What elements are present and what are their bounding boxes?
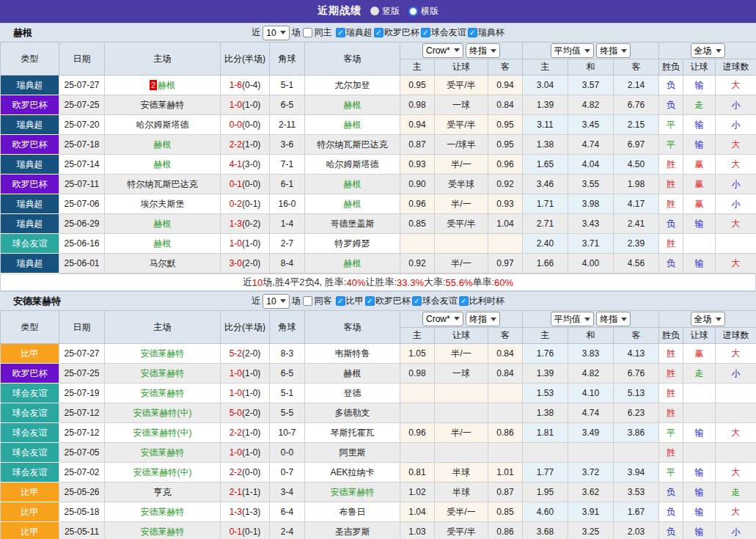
- match-date: 25-06-16: [59, 234, 105, 254]
- league-checkbox[interactable]: ✓: [374, 28, 383, 37]
- average-select[interactable]: 平均值: [551, 312, 594, 326]
- col-header-corner: 角球: [270, 311, 305, 344]
- col-header-avg-away: 客: [614, 328, 659, 344]
- full-time-score: 2-1: [230, 487, 242, 497]
- crow-handicap: 半/一: [435, 254, 488, 274]
- crow-home-odds: 1.03: [400, 522, 435, 539]
- average-select[interactable]: 平均值: [551, 43, 594, 58]
- full-match-select[interactable]: 全场: [691, 312, 725, 326]
- full-time-score: 2-2: [230, 467, 242, 477]
- half-time-score: (1-0): [242, 100, 260, 110]
- home-team: 安德莱赫特: [105, 344, 221, 364]
- full-time-score: 2-2: [230, 428, 242, 438]
- live-badge: 2: [150, 80, 157, 90]
- avg-draw-odds: 4.82: [568, 364, 614, 384]
- goals-result-badge: 小: [716, 194, 756, 214]
- bookmaker-select[interactable]: Crow*: [422, 43, 463, 58]
- final-index-select[interactable]: 终指: [466, 312, 500, 326]
- goals-result-badge: [716, 234, 756, 254]
- radio-icon[interactable]: [408, 7, 418, 16]
- same-venue-checkbox[interactable]: [303, 296, 312, 306]
- goals-result-badge: [716, 443, 756, 463]
- horizontal-layout-radio[interactable]: 横版: [408, 5, 438, 18]
- league-filter: ✓球会友谊: [412, 295, 458, 307]
- league-checkbox[interactable]: ✓: [336, 28, 345, 37]
- full-match-group-header: 全场: [659, 43, 756, 59]
- col-header-type: 类型: [1, 43, 59, 76]
- home-team-name: 赫根: [154, 139, 172, 150]
- full-time-score: 0-1: [230, 179, 242, 189]
- goals-result-badge: 大: [716, 502, 756, 522]
- avg-draw-odds: 3.71: [568, 234, 614, 254]
- result-badge: 平: [659, 115, 683, 135]
- full-time-score: 0-1: [230, 527, 242, 537]
- recent-games-select[interactable]: 10: [263, 26, 289, 40]
- home-team-name: 特尔纳瓦斯巴达克: [128, 179, 198, 189]
- league-checkbox[interactable]: ✓: [412, 296, 422, 306]
- full-match-value: 全场: [694, 45, 712, 57]
- away-team: AEK拉纳卡: [305, 463, 400, 483]
- home-team-name: 安德莱赫特(中): [133, 428, 192, 438]
- avg-away-odds: 3.86: [614, 423, 659, 443]
- summary-stat-value: 55.6%: [446, 277, 473, 288]
- half-time-score: (3-0): [242, 159, 260, 169]
- avg-away-odds: 4.13: [614, 344, 659, 364]
- crow-away-odds: [488, 234, 523, 254]
- league-checkbox[interactable]: ✓: [421, 28, 430, 37]
- final-index-value: 终指: [469, 313, 487, 326]
- col-header-avg-away: 客: [614, 59, 659, 76]
- score: 2-2(1-0): [221, 135, 270, 155]
- half-time-score: (1-0): [242, 388, 260, 398]
- half-time-score: (2-0): [242, 348, 260, 359]
- score: 2-1(1-1): [221, 483, 270, 502]
- home-team: 安德莱赫特: [105, 384, 221, 403]
- vertical-layout-radio[interactable]: 竖版: [370, 5, 400, 18]
- home-team-name: 赫根: [154, 238, 172, 249]
- away-team: 圣吉罗斯: [305, 522, 400, 539]
- corner-score: 0-7: [270, 463, 305, 483]
- handicap-result-badge: 输: [683, 463, 716, 483]
- result-badge: 胜: [659, 403, 683, 423]
- final-index-select[interactable]: 终指: [466, 43, 500, 58]
- away-team: 赫根: [305, 175, 400, 194]
- half-time-score: (0-1): [242, 199, 260, 209]
- same-venue-checkbox[interactable]: [303, 28, 312, 37]
- average-group-header: 平均值 终指: [523, 43, 659, 59]
- crow-handicap: 受平/半: [435, 214, 488, 234]
- league-label: 瑞典杯: [478, 26, 504, 39]
- home-team-name: 哈尔姆斯塔德: [136, 120, 189, 130]
- average-group-header: 平均值 终指: [523, 311, 659, 328]
- avg-draw-odds: 3.91: [568, 502, 614, 522]
- recent-games-value: 10: [266, 296, 276, 307]
- league-checkbox[interactable]: ✓: [468, 28, 477, 37]
- crow-handicap: 受平/半: [435, 115, 488, 135]
- final-index-select-2[interactable]: 终指: [596, 43, 631, 58]
- final-index-select-2[interactable]: 终指: [596, 312, 631, 326]
- full-time-score: 1-0: [230, 388, 242, 398]
- league-type-badge: 欧罗巴杯: [1, 95, 59, 115]
- score: 4-1(3-0): [221, 155, 270, 175]
- full-match-select[interactable]: 全场: [691, 43, 725, 58]
- crow-away-odds: 0.85: [488, 502, 523, 522]
- table-row: 比甲25-05-11安德莱赫特0-1(0-1)2-4圣吉罗斯1.03受平/半0.…: [1, 522, 756, 539]
- full-time-score: 5-2: [230, 348, 242, 359]
- summary-text: 场,胜4平2负4, 胜率:: [263, 276, 346, 289]
- result-badge: 负: [659, 254, 683, 274]
- home-team: 安德莱赫特(中): [105, 463, 221, 483]
- horizontal-radio-label: 横版: [421, 5, 438, 18]
- avg-draw-odds: 3.55: [568, 175, 614, 194]
- score: 0-1(0-0): [221, 175, 270, 194]
- league-checkbox[interactable]: ✓: [365, 296, 375, 306]
- league-checkbox[interactable]: ✓: [336, 296, 345, 306]
- home-team-name: 赫根: [154, 219, 172, 229]
- league-checkbox[interactable]: ✓: [459, 296, 469, 306]
- crow-home-odds: 0.95: [400, 76, 435, 95]
- handicap-result-badge: 输: [683, 76, 716, 95]
- goals-result-badge: 大: [716, 155, 756, 175]
- home-team-name: 亨克: [154, 487, 172, 497]
- radio-icon[interactable]: [370, 7, 379, 15]
- home-team: 安德莱赫特: [105, 502, 221, 522]
- recent-games-select[interactable]: 10: [263, 294, 289, 309]
- bookmaker-select[interactable]: Crow*: [422, 312, 463, 326]
- away-team: 特罗姆瑟: [305, 234, 400, 254]
